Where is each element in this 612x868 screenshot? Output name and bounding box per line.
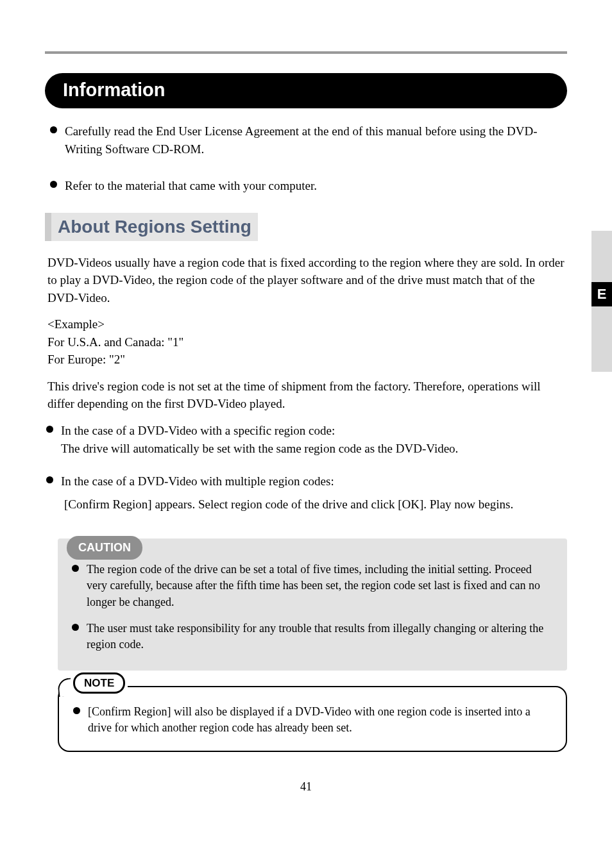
caution-box: CAUTION The region code of the drive can… [58, 538, 567, 671]
bullet-text: Refer to the material that came with you… [65, 177, 317, 195]
list-item: In the case of a DVD-Video with a specif… [46, 422, 567, 457]
bullet-text: The user must take responsibility for an… [87, 621, 553, 653]
bullet-body: [Confirm Region] appears. Select region … [64, 496, 567, 513]
list-item: The region code of the drive can be set … [72, 562, 553, 610]
intro-bullets: Carefully read the End User License Agre… [50, 122, 567, 195]
section-heading: About Regions Setting [45, 213, 258, 241]
caution-label: CAUTION [67, 536, 142, 560]
bullet-body: The drive will automatically be set with… [61, 442, 458, 455]
bullet-text: [Confirm Region] will also be displayed … [88, 704, 552, 736]
list-item: The user must take responsibility for an… [72, 621, 553, 653]
bullet-dot-icon [72, 624, 79, 631]
bullet-text: The region code of the drive can be set … [87, 562, 553, 610]
page-title: Information [63, 79, 549, 101]
list-item: Refer to the material that came with you… [50, 177, 567, 195]
region-bullets: In the case of a DVD-Video with a specif… [46, 422, 567, 513]
title-pill: Information [45, 73, 567, 108]
bullet-dot-icon [46, 426, 53, 433]
bullet-text: In the case of a DVD-Video with a specif… [61, 422, 458, 457]
bullet-text: In the case of a DVD-Video with multiple… [61, 472, 334, 490]
body-paragraph: DVD-Videos usually have a region code th… [47, 254, 567, 307]
bullet-label: In the case of a DVD-Video with a specif… [61, 424, 335, 437]
bullet-dot-icon [73, 707, 80, 714]
note-box: NOTE [Confirm Region] will also be displ… [58, 686, 567, 751]
bullet-dot-icon [46, 476, 53, 483]
top-rule [45, 51, 567, 54]
bullet-text: Carefully read the End User License Agre… [65, 122, 567, 158]
bullet-dot-icon [72, 565, 79, 572]
bullet-dot-icon [50, 126, 57, 133]
bullet-dot-icon [50, 181, 57, 188]
list-item: In the case of a DVD-Video with multiple… [46, 472, 567, 490]
note-label-wrap: NOTE [71, 677, 128, 690]
list-item: Carefully read the End User License Agre… [50, 122, 567, 158]
body-paragraph-example: <Example> For U.S.A. and Canada: "1" For… [47, 315, 567, 369]
document-page: Information Carefully read the End User … [0, 0, 612, 813]
page-number: 41 [45, 780, 567, 794]
note-label: NOTE [73, 672, 125, 694]
body-paragraph: This drive's region code is not set at t… [47, 378, 567, 413]
list-item: [Confirm Region] will also be displayed … [73, 704, 552, 736]
